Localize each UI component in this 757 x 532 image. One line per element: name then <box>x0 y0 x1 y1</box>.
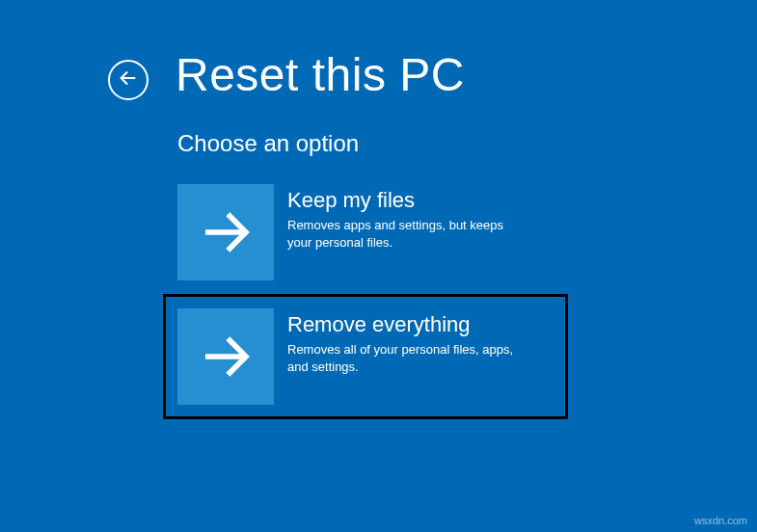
option-description: Removes all of your personal files, apps… <box>287 341 519 375</box>
arrow-right-icon <box>177 308 274 405</box>
options-list: Keep my files Removes apps and settings,… <box>177 184 757 419</box>
option-keep-my-files[interactable]: Keep my files Removes apps and settings,… <box>177 184 534 280</box>
back-button[interactable] <box>108 60 149 100</box>
option-title: Keep my files <box>287 188 519 213</box>
option-description: Removes apps and settings, but keeps you… <box>287 217 519 251</box>
arrow-right-icon <box>177 184 274 280</box>
page-title: Reset this PC <box>176 48 465 101</box>
watermark: wsxdn.com <box>694 515 747 526</box>
subtitle: Choose an option <box>177 130 757 157</box>
option-title: Remove everything <box>287 312 519 337</box>
option-remove-everything[interactable]: Remove everything Removes all of your pe… <box>177 308 534 405</box>
highlight-annotation: Remove everything Removes all of your pe… <box>163 294 568 419</box>
arrow-left-icon <box>118 67 139 93</box>
